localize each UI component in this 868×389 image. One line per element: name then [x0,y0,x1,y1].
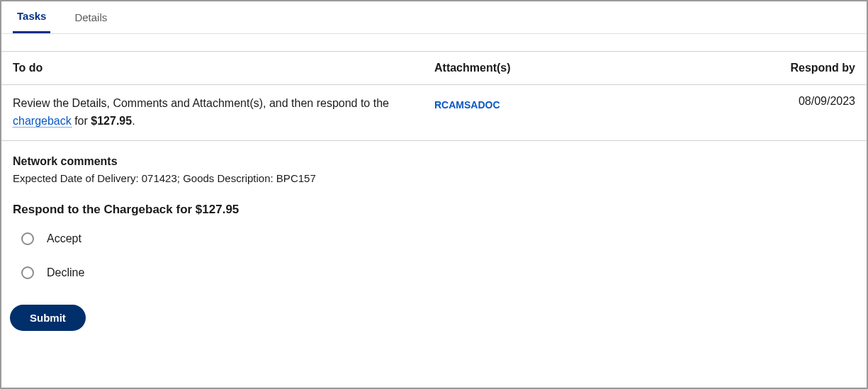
col-header-respond-by: Respond by [725,62,855,74]
radio-accept[interactable]: Accept [21,232,855,245]
radio-accept-label: Accept [47,232,81,245]
tab-bar: Tasks Details [1,1,867,34]
radio-decline-label: Decline [47,266,84,279]
attachment-link[interactable]: RCAMSADOC [434,95,500,111]
task-amount: $127.95 [91,115,132,127]
task-table-header: To do Attachment(s) Respond by [1,51,867,85]
tab-tasks[interactable]: Tasks [13,1,50,33]
radio-circle-icon [21,232,34,245]
detail-panel: Network comments Expected Date of Delive… [1,141,867,348]
network-comments-body: Expected Date of Delivery: 071423; Goods… [13,172,855,184]
task-text-mid: for [72,115,91,127]
network-comments-heading: Network comments [13,155,855,168]
chargeback-link[interactable]: chargeback [13,115,72,128]
task-description: Review the Details, Comments and Attachm… [13,95,434,130]
radio-decline[interactable]: Decline [21,266,855,279]
task-text-post: . [132,115,135,127]
task-row: Review the Details, Comments and Attachm… [1,85,867,141]
tab-details[interactable]: Details [70,1,111,33]
respond-heading: Respond to the Chargeback for $127.95 [13,203,855,217]
respond-by-date: 08/09/2023 [725,95,855,130]
col-header-todo: To do [13,62,434,74]
col-header-attachments: Attachment(s) [434,62,725,74]
radio-circle-icon [21,266,34,279]
task-text-pre: Review the Details, Comments and Attachm… [13,97,389,109]
submit-button[interactable]: Submit [10,305,86,331]
